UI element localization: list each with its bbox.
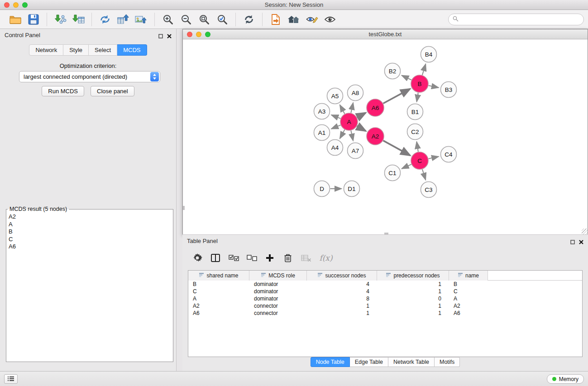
deselect-all-icon[interactable] (243, 250, 260, 266)
splitpane-grip-icon[interactable] (183, 206, 185, 210)
graph-edge-A-A7[interactable] (351, 131, 353, 141)
table-row[interactable]: Cdominator41C (188, 288, 582, 295)
table-cell[interactable]: 0 (377, 295, 449, 302)
tab-mcds[interactable]: MCDS (117, 44, 147, 56)
mcds-result-list[interactable]: A2ABCA6 (6, 212, 173, 252)
graph-edge-A-A5[interactable] (340, 105, 345, 114)
graph-node-B4[interactable]: B4 (421, 47, 437, 62)
show-panels-button[interactable] (4, 374, 18, 384)
graph-edge-A-A2[interactable] (357, 126, 366, 131)
memory-button[interactable]: Memory (547, 374, 584, 384)
graph-edge-A-A4[interactable] (340, 130, 345, 139)
run-mcds-button[interactable]: Run MCDS (42, 86, 84, 96)
zoom-network-window-button[interactable] (205, 32, 210, 37)
graph-node-A2[interactable]: A2 (367, 128, 384, 145)
graph-node-C2[interactable]: C2 (407, 124, 423, 140)
graph-node-D[interactable]: D (314, 181, 330, 197)
graph-edge-C-C2[interactable] (416, 142, 418, 152)
graph-node-B3[interactable]: B3 (441, 82, 457, 98)
graph-edge-C-C4[interactable] (429, 157, 439, 159)
table-cell[interactable]: 4 (307, 288, 377, 295)
mcds-result-item[interactable]: A6 (9, 243, 171, 251)
table-cell[interactable]: 1 (307, 310, 377, 317)
column-layout-icon[interactable] (207, 250, 224, 266)
graph-node-A[interactable]: A (340, 113, 358, 130)
delete-table-icon[interactable] (297, 250, 315, 266)
mcds-result-item[interactable]: B (9, 228, 171, 236)
export-image-icon[interactable] (132, 12, 150, 27)
graph-edge-A-A6[interactable] (357, 113, 366, 117)
graph-node-A5[interactable]: A5 (327, 88, 343, 104)
close-panel-icon[interactable] (579, 238, 583, 246)
table-cell[interactable]: 1 (307, 302, 377, 310)
graph-edge-A-A1[interactable] (331, 125, 341, 129)
graph-edge-B-B3[interactable] (429, 86, 439, 88)
close-panel-icon[interactable] (167, 32, 172, 40)
graph-node-B1[interactable]: B1 (407, 104, 423, 120)
graph-node-C4[interactable]: C4 (441, 147, 457, 162)
table-cell[interactable]: 4 (307, 281, 377, 288)
delete-row-icon[interactable] (279, 250, 296, 266)
home-icon[interactable] (285, 12, 303, 27)
tab-motifs[interactable]: Motifs (435, 357, 460, 367)
table-cell[interactable]: A6 (188, 310, 249, 317)
close-network-window-button[interactable] (187, 32, 192, 37)
settings-gear-icon[interactable] (189, 250, 206, 266)
graph-edge-C-C1[interactable] (402, 164, 411, 169)
criterion-dropdown[interactable]: largest connected component (directed) (19, 71, 160, 82)
import-table-icon[interactable] (69, 12, 87, 27)
table-cell[interactable]: A2 (188, 302, 249, 310)
table-cell[interactable]: dominator (249, 288, 307, 295)
table-cell[interactable]: 1 (377, 288, 449, 295)
table-cell[interactable]: connector (249, 302, 307, 310)
save-session-icon[interactable] (24, 12, 43, 27)
column-header-name[interactable]: name (449, 271, 488, 281)
table-cell[interactable]: 1 (377, 310, 449, 317)
tab-select[interactable]: Select (89, 44, 117, 56)
graph-edge-A-A3[interactable] (331, 115, 340, 119)
graph-edge-C-C3[interactable] (422, 169, 425, 180)
zoom-window-button[interactable] (22, 2, 28, 8)
float-panel-icon[interactable] (158, 32, 163, 40)
import-network-icon[interactable] (51, 12, 69, 27)
table-cell[interactable]: dominator (249, 295, 307, 302)
graph-node-A7[interactable]: A7 (348, 143, 363, 159)
tab-edge-table[interactable]: Edge Table (350, 357, 388, 367)
graph-node-A3[interactable]: A3 (314, 104, 330, 119)
network-canvas[interactable]: B4B2BB3A5A8A6B1A3AC2A1A2A4A7C4CC1C3DD1 (183, 39, 588, 234)
graph-edge-B-B1[interactable] (417, 93, 418, 102)
graph-edge-B-B4[interactable] (422, 64, 426, 75)
table-cell[interactable]: A2 (449, 302, 488, 310)
tab-node-table[interactable]: Node Table (311, 357, 350, 367)
table-cell[interactable]: 1 (377, 281, 449, 288)
search-input[interactable] (461, 16, 579, 23)
network-window-titlebar[interactable]: testGlobe.txt (183, 29, 588, 39)
search-box[interactable] (448, 14, 584, 25)
tab-network[interactable]: Network (29, 44, 63, 56)
minimize-window-button[interactable] (13, 2, 19, 8)
apply-layout-icon[interactable] (240, 12, 258, 27)
open-file-icon[interactable] (6, 12, 24, 27)
select-all-icon[interactable] (225, 250, 242, 266)
export-document-icon[interactable] (267, 12, 285, 27)
minimize-network-window-button[interactable] (196, 32, 201, 37)
table-row[interactable]: Adominator80A (188, 295, 582, 302)
column-header-shared-name[interactable]: shared name (188, 271, 249, 281)
tab-network-table[interactable]: Network Table (388, 357, 435, 367)
eye-icon[interactable] (321, 12, 339, 27)
float-panel-icon[interactable] (570, 238, 575, 246)
window-resize-grip-icon[interactable] (582, 229, 588, 234)
close-window-button[interactable] (4, 2, 10, 8)
add-row-icon[interactable] (261, 250, 278, 266)
graph-node-C[interactable]: C (411, 152, 428, 169)
zoom-out-icon[interactable] (177, 12, 195, 27)
mcds-result-item[interactable]: A2 (9, 213, 171, 221)
graph-node-B2[interactable]: B2 (385, 63, 401, 79)
graph-node-A4[interactable]: A4 (327, 140, 343, 156)
zoom-in-icon[interactable] (159, 12, 177, 27)
graph-node-B[interactable]: B (411, 75, 428, 92)
table-cell[interactable]: connector (249, 310, 307, 317)
table-cell[interactable]: B (449, 281, 488, 288)
zoom-fit-icon[interactable] (195, 12, 213, 27)
table-cell[interactable]: C (188, 288, 249, 295)
